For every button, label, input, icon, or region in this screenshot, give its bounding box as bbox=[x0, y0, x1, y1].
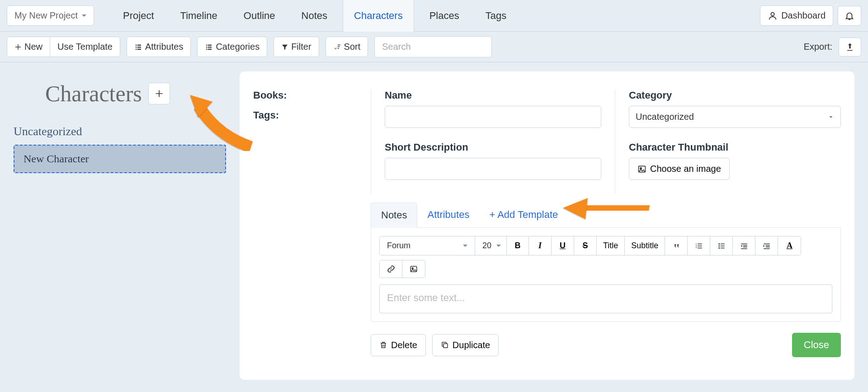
subtab-add-template[interactable]: + Add Template bbox=[479, 203, 568, 227]
short-desc-input[interactable] bbox=[385, 158, 601, 180]
ol-icon bbox=[695, 242, 703, 250]
duplicate-label: Duplicate bbox=[453, 340, 490, 350]
character-list-item[interactable]: New Character bbox=[14, 145, 226, 173]
insert-image-button[interactable] bbox=[402, 260, 425, 278]
filter-button[interactable]: Filter bbox=[274, 37, 319, 57]
underline-button[interactable]: U bbox=[552, 236, 574, 255]
category-value: Uncategorized bbox=[636, 112, 694, 122]
add-character-button[interactable] bbox=[148, 83, 170, 104]
link-icon bbox=[387, 265, 395, 273]
tab-outline[interactable]: Outline bbox=[233, 0, 286, 32]
tab-characters[interactable]: Characters bbox=[343, 0, 414, 32]
duplicate-button[interactable]: Duplicate bbox=[432, 334, 499, 356]
character-panel: Books: Tags: Name Short Description Cate… bbox=[240, 71, 854, 380]
project-dropdown[interactable]: My New Project bbox=[7, 5, 94, 26]
ul-icon bbox=[717, 242, 726, 250]
indent-icon bbox=[763, 242, 771, 250]
list-icon bbox=[134, 43, 142, 51]
dashboard-label: Dashboard bbox=[781, 10, 826, 21]
choose-image-label: Choose an image bbox=[650, 164, 721, 174]
categories-button[interactable]: Categories bbox=[197, 37, 267, 57]
plus-icon bbox=[155, 89, 164, 98]
quote-button[interactable] bbox=[665, 236, 688, 255]
ordered-list-button[interactable] bbox=[688, 236, 710, 255]
svg-point-2 bbox=[640, 167, 642, 169]
project-name: My New Project bbox=[14, 10, 78, 21]
tab-project[interactable]: Project bbox=[112, 0, 165, 32]
notifications-button[interactable] bbox=[838, 6, 861, 26]
strike-button[interactable]: S bbox=[574, 236, 597, 255]
tab-tags[interactable]: Tags bbox=[475, 0, 517, 32]
caret-down-icon bbox=[463, 245, 467, 247]
attributes-label: Attributes bbox=[145, 42, 183, 52]
bullet-list-button[interactable] bbox=[710, 236, 733, 255]
divider bbox=[371, 90, 371, 194]
size-select[interactable]: 20 bbox=[475, 236, 506, 255]
underline-icon: U bbox=[560, 241, 566, 250]
outdent-icon bbox=[740, 242, 748, 250]
name-input[interactable] bbox=[385, 106, 601, 128]
subtitle-button[interactable]: Subtitle bbox=[625, 236, 665, 255]
italic-button[interactable]: I bbox=[529, 236, 552, 255]
image-icon bbox=[410, 265, 418, 273]
caret-down-icon bbox=[496, 245, 501, 247]
svg-point-4 bbox=[718, 245, 720, 246]
chevron-down-icon bbox=[828, 114, 834, 120]
svg-point-3 bbox=[718, 243, 720, 245]
choose-image-button[interactable]: Choose an image bbox=[629, 158, 730, 180]
bold-icon: B bbox=[515, 241, 521, 250]
new-button[interactable]: New bbox=[7, 37, 50, 57]
link-button[interactable] bbox=[380, 260, 402, 278]
dashboard-button[interactable]: Dashboard bbox=[760, 5, 833, 26]
image-icon bbox=[637, 165, 646, 174]
page-title: Characters bbox=[45, 80, 142, 107]
tab-notes[interactable]: Notes bbox=[291, 0, 338, 32]
subtab-notes[interactable]: Notes bbox=[371, 203, 417, 228]
outdent-button[interactable] bbox=[733, 236, 755, 255]
text-color-button[interactable]: A bbox=[778, 236, 801, 255]
sort-button[interactable]: Sort bbox=[326, 37, 368, 57]
sub-toolbar: New Use Template Attributes Categories F… bbox=[0, 32, 868, 62]
sort-label: Sort bbox=[344, 42, 361, 52]
bell-icon bbox=[844, 11, 854, 21]
trash-icon bbox=[379, 341, 387, 349]
list-icon bbox=[205, 43, 213, 51]
duplicate-icon bbox=[441, 341, 449, 349]
font-select[interactable]: Forum bbox=[380, 236, 475, 255]
editor-container: Forum 20 B I U S Title Subtitle bbox=[371, 228, 841, 322]
group-label: Uncategorized bbox=[14, 125, 226, 138]
filter-icon bbox=[281, 43, 288, 51]
subtabs: Notes Attributes + Add Template bbox=[371, 203, 841, 228]
books-label: Books: bbox=[253, 90, 357, 101]
category-label: Category bbox=[629, 90, 841, 101]
export-label: Export: bbox=[804, 42, 832, 52]
svg-point-0 bbox=[771, 12, 774, 15]
search-input[interactable] bbox=[374, 36, 492, 57]
font-value: Forum bbox=[387, 241, 410, 250]
editor-textarea[interactable]: Enter some text... bbox=[379, 284, 832, 313]
export-button[interactable] bbox=[839, 38, 861, 57]
strike-icon: S bbox=[582, 241, 588, 250]
subtab-attributes[interactable]: Attributes bbox=[417, 203, 479, 227]
delete-button[interactable]: Delete bbox=[371, 334, 426, 356]
export-icon bbox=[845, 43, 854, 52]
text-color-icon: A bbox=[787, 241, 793, 250]
close-button[interactable]: Close bbox=[792, 333, 841, 357]
title-button[interactable]: Title bbox=[597, 236, 625, 255]
new-label: New bbox=[24, 42, 42, 52]
svg-point-5 bbox=[718, 247, 720, 249]
use-template-button[interactable]: Use Template bbox=[50, 37, 120, 57]
thumbnail-label: Character Thumbnail bbox=[629, 142, 841, 153]
category-select[interactable]: Uncategorized bbox=[629, 106, 841, 128]
indent-button[interactable] bbox=[755, 236, 778, 255]
tab-timeline[interactable]: Timeline bbox=[170, 0, 228, 32]
plus-icon bbox=[14, 43, 22, 51]
name-label: Name bbox=[385, 90, 601, 101]
tab-places[interactable]: Places bbox=[419, 0, 470, 32]
user-icon bbox=[768, 11, 778, 21]
delete-label: Delete bbox=[391, 340, 417, 350]
bold-button[interactable]: B bbox=[506, 236, 529, 255]
attributes-button[interactable]: Attributes bbox=[127, 37, 191, 57]
caret-down-icon bbox=[82, 14, 86, 17]
main-area: Characters Uncategorized New Character B… bbox=[0, 62, 868, 389]
